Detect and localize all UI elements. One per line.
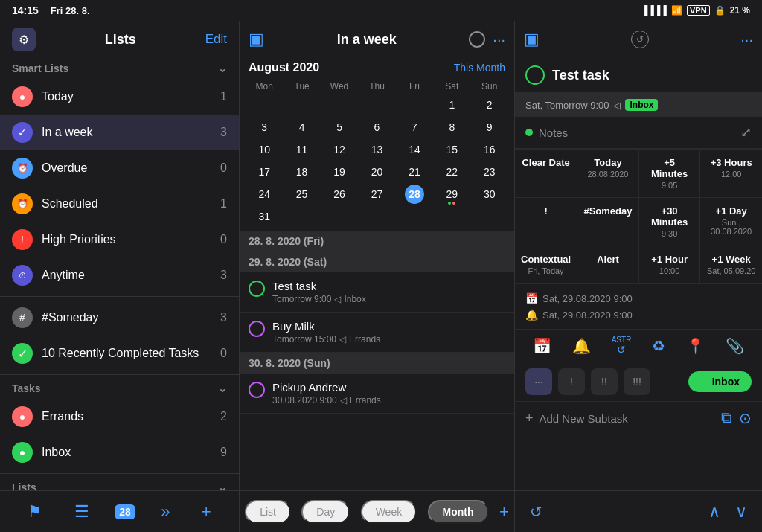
gear-button[interactable]: ⚙: [12, 28, 36, 51]
action-reschedule[interactable]: ♻: [652, 337, 665, 355]
right-refresh-button[interactable]: ↺: [631, 31, 649, 48]
tab-day[interactable]: Day: [301, 500, 350, 524]
list-item-someday[interactable]: # #Someday 3: [0, 300, 239, 336]
cal-day-2[interactable]: 2: [471, 94, 508, 116]
cal-day-4[interactable]: 4: [283, 116, 320, 138]
cal-day-25[interactable]: 25: [283, 183, 320, 205]
dp-plus1week[interactable]: +1 Week Sat, 05.09.20: [700, 246, 762, 283]
action-calendar[interactable]: 📅: [533, 337, 551, 355]
cal-day-20[interactable]: 20: [358, 161, 395, 183]
cal-day-5[interactable]: 5: [321, 116, 358, 138]
priority-none[interactable]: ···: [525, 368, 552, 395]
tasks-chevron[interactable]: ⌄: [218, 382, 227, 394]
notes-row[interactable]: Notes ⤢: [515, 117, 762, 149]
cal-day-6[interactable]: 6: [358, 116, 395, 138]
list-view-button[interactable]: ☰: [68, 499, 95, 525]
priority-low[interactable]: !: [558, 368, 585, 395]
nav-down[interactable]: ∨: [735, 502, 747, 522]
mid-add-button[interactable]: +: [499, 502, 509, 522]
forward-button[interactable]: »: [155, 499, 176, 525]
edit-button[interactable]: Edit: [205, 32, 227, 47]
action-bell[interactable]: 🔔: [572, 337, 591, 355]
list-item-completed[interactable]: ✓ 10 Recently Completed Tasks 0: [0, 336, 239, 371]
right-bottom-refresh[interactable]: ↺: [530, 503, 542, 521]
cal-day-1[interactable]: 1: [433, 94, 470, 116]
day-badge[interactable]: 28: [115, 504, 135, 519]
dp-exclamation[interactable]: !: [515, 198, 577, 246]
cal-day-29[interactable]: 29: [433, 183, 470, 205]
circle-button[interactable]: [469, 31, 485, 48]
dp-plus5min[interactable]: +5 Minutes 9:05: [639, 150, 701, 198]
list-item-errands[interactable]: ● Errands 2: [0, 399, 239, 435]
cal-day-9[interactable]: 9: [471, 116, 508, 138]
list-item-anytime[interactable]: ⏱ Anytime 3: [0, 257, 239, 293]
cal-day-19[interactable]: 19: [321, 161, 358, 183]
dp-plus1h[interactable]: +1 Hour 10:00: [639, 246, 701, 283]
copy-action[interactable]: ⧉: [721, 409, 731, 427]
cal-day-26[interactable]: 26: [321, 183, 358, 205]
cal-day-11[interactable]: 11: [283, 138, 320, 161]
dp-contextual[interactable]: Contextual Fri, Today: [515, 246, 577, 283]
tab-month[interactable]: Month: [428, 500, 489, 524]
cal-day-12[interactable]: 12: [321, 138, 358, 161]
cal-day-17[interactable]: 17: [246, 161, 283, 183]
cal-day-13[interactable]: 13: [358, 138, 395, 161]
list-item-high[interactable]: ! High Priorities 0: [0, 222, 239, 257]
list-item-today[interactable]: ● Today 1: [0, 79, 239, 115]
dp-today[interactable]: Today 28.08.2020: [577, 150, 639, 198]
priority-med[interactable]: !!: [591, 368, 618, 395]
priority-high[interactable]: !!!: [624, 368, 650, 395]
cal-day-16[interactable]: 16: [471, 138, 508, 161]
dp-someday[interactable]: #Someday: [577, 198, 639, 246]
action-repeat[interactable]: ASTR ↺: [612, 336, 632, 356]
list-item-scheduled[interactable]: ⏰ Scheduled 1: [0, 186, 239, 222]
action-attach[interactable]: 📎: [726, 337, 744, 355]
cal-day-14[interactable]: 14: [396, 138, 433, 161]
tab-week[interactable]: Week: [361, 500, 417, 524]
action-location[interactable]: 📍: [686, 337, 705, 355]
flag-button[interactable]: ⚑: [22, 499, 48, 525]
lists-chevron[interactable]: ⌄: [218, 481, 227, 490]
this-month-button[interactable]: This Month: [454, 62, 505, 74]
calendar-toggle-button[interactable]: ▣: [249, 30, 264, 49]
task-item-andrew[interactable]: Pickup Andrew 30.08.2020 9:00 ◁ Errands: [240, 374, 514, 414]
cal-day-21[interactable]: 21: [396, 161, 433, 183]
cal-day-22[interactable]: 22: [433, 161, 470, 183]
inbox-pill[interactable]: Inbox: [688, 371, 752, 392]
nav-up[interactable]: ∧: [708, 502, 720, 522]
expand-button[interactable]: ⤢: [740, 124, 752, 141]
dp-plus3h[interactable]: +3 Hours 12:00: [700, 150, 762, 198]
list-item-inbox[interactable]: ● Inbox 9: [0, 435, 239, 470]
cal-day-30[interactable]: 30: [471, 183, 508, 205]
circle-action[interactable]: ⊙: [739, 409, 752, 427]
subtask-label[interactable]: Add New Subtask: [540, 412, 715, 425]
cal-day-18[interactable]: 18: [283, 161, 320, 183]
dp-clear-date[interactable]: Clear Date: [515, 150, 577, 198]
dp-plus30min[interactable]: +30 Minutes 9:30: [639, 198, 701, 246]
dp-alert[interactable]: Alert: [577, 246, 639, 283]
cal-day-28[interactable]: 28: [396, 183, 433, 205]
ts-row-2[interactable]: 🔔 Sat, 29.08.2020 9:00: [525, 307, 752, 323]
task-title-circle[interactable]: [525, 65, 545, 85]
list-item-overdue[interactable]: ⏰ Overdue 0: [0, 150, 239, 186]
smart-lists-chevron[interactable]: ⌄: [218, 63, 227, 74]
cal-day-8[interactable]: 8: [433, 116, 470, 138]
right-more-button[interactable]: ···: [740, 31, 753, 48]
cal-day-31[interactable]: 31: [246, 205, 283, 228]
cal-day-27[interactable]: 27: [358, 183, 395, 205]
right-sidebar-button[interactable]: ▣: [524, 30, 540, 49]
inbox-tag[interactable]: Inbox: [625, 99, 658, 111]
list-item-week[interactable]: ✓ In a week 3: [0, 115, 239, 150]
cal-day-10[interactable]: 10: [246, 138, 283, 161]
cal-day-15[interactable]: 15: [433, 138, 470, 161]
ts-row-1[interactable]: 📅 Sat, 29.08.2020 9:00: [525, 290, 752, 307]
dp-plus1day[interactable]: +1 Day Sun., 30.08.2020: [700, 198, 762, 246]
tab-list[interactable]: List: [245, 500, 291, 524]
task-item-milk[interactable]: Buy Milk Tomorrow 15:00 ◁ Errands: [240, 313, 514, 353]
cal-day-7[interactable]: 7: [396, 116, 433, 138]
add-task-button[interactable]: +: [196, 499, 217, 525]
task-item-test[interactable]: Test task Tomorrow 9:00 ◁ Inbox: [240, 272, 514, 313]
cal-day-23[interactable]: 23: [471, 161, 508, 183]
cal-day-24[interactable]: 24: [246, 183, 283, 205]
cal-day-3[interactable]: 3: [246, 116, 283, 138]
